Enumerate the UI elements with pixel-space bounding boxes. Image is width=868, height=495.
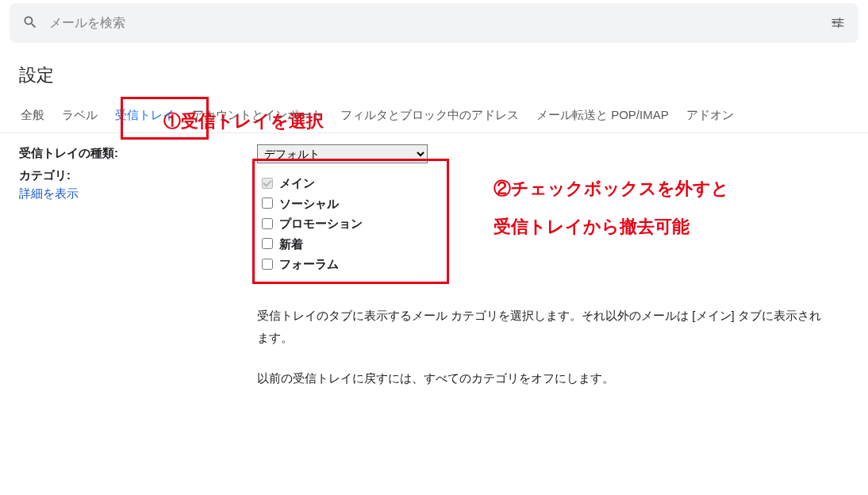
tab-filters[interactable]: フィルタとブロック中のアドレス [339,102,520,132]
checkbox-main-disabled [262,178,273,189]
category-promotions[interactable]: プロモーション [262,213,363,234]
checkbox-promotions[interactable] [262,218,273,229]
search-icon[interactable] [22,14,38,33]
category-updates-label: 新着 [279,234,303,255]
categories-description-1: 受信トレイのタブに表示するメール カテゴリを選択します。それ以外のメールは [メ… [257,305,828,350]
svg-rect-5 [838,25,839,28]
checkbox-updates[interactable] [262,238,273,249]
tab-addons[interactable]: アドオン [685,102,735,132]
tab-inbox[interactable]: 受信トレイ [113,102,176,132]
tab-forwarding[interactable]: メール転送と POP/IMAP [535,102,670,132]
svg-rect-1 [832,22,844,23]
checkbox-forums[interactable] [262,259,273,270]
category-promotions-label: プロモーション [279,213,363,234]
category-forums-label: フォーラム [279,254,339,274]
category-main-label: メイン [279,173,315,194]
checkbox-social[interactable] [262,198,273,209]
category-forums[interactable]: フォーラム [262,254,363,274]
category-main: メイン [262,173,363,194]
search-bar [10,3,858,43]
category-updates[interactable]: 新着 [262,234,363,255]
svg-rect-3 [839,17,840,21]
inbox-type-select[interactable]: デフォルト [257,144,428,163]
search-input[interactable] [49,16,824,30]
tab-labels[interactable]: ラベル [60,102,99,132]
svg-rect-0 [832,19,844,20]
categories-details-link[interactable]: 詳細を表示 [19,186,79,201]
category-social-label: ソーシャル [279,194,339,214]
search-options-icon[interactable] [824,9,852,37]
page-title: 設定 [0,43,868,102]
categories-label: カテゴリ: [19,168,71,182]
tab-accounts[interactable]: アカウントとインポート [190,102,325,132]
inbox-type-label: 受信トレイの種類: [19,144,257,163]
tab-general[interactable]: 全般 [19,102,46,132]
categories-description-2: 以前の受信トレイに戻すには、すべてのカテゴリをオフにします。 [257,367,828,390]
settings-tabs: 全般 ラベル 受信トレイ アカウントとインポート フィルタとブロック中のアドレス… [19,102,868,132]
svg-rect-4 [834,21,835,25]
category-social[interactable]: ソーシャル [262,194,363,214]
